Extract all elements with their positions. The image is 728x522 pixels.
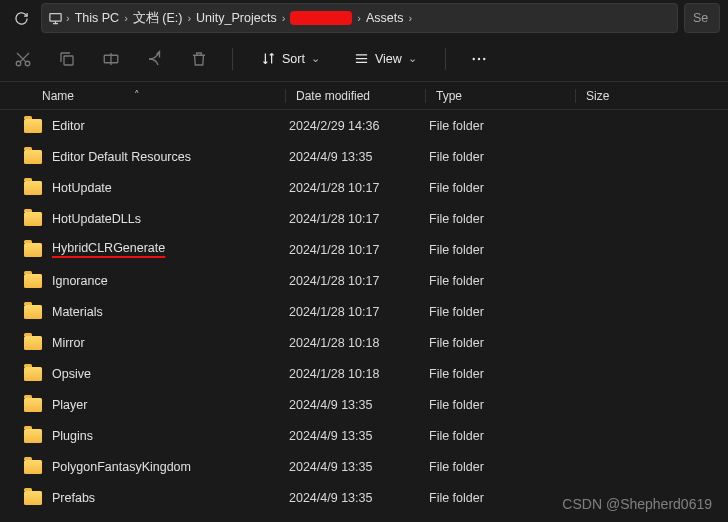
table-row[interactable]: Editor2024/2/29 14:36File folder <box>0 110 728 141</box>
rename-icon[interactable] <box>100 48 122 70</box>
file-name: Editor Default Resources <box>52 150 191 164</box>
folder-icon <box>24 429 42 443</box>
svg-rect-3 <box>64 56 73 65</box>
svg-point-7 <box>483 57 485 59</box>
folder-icon <box>24 243 42 257</box>
file-name: HybridCLRGenerate <box>52 241 165 258</box>
chevron-right-icon: › <box>187 12 191 24</box>
folder-icon <box>24 274 42 288</box>
folder-icon <box>24 367 42 381</box>
file-date: 2024/4/9 13:35 <box>289 460 429 474</box>
chevron-right-icon: › <box>66 12 70 24</box>
search-placeholder: Se <box>693 11 708 25</box>
file-type: File folder <box>429 305 579 319</box>
chevron-right-icon: › <box>357 12 361 24</box>
column-type[interactable]: Type <box>425 89 575 103</box>
file-type: File folder <box>429 274 579 288</box>
copy-icon[interactable] <box>56 48 78 70</box>
svg-point-6 <box>478 57 480 59</box>
column-name[interactable]: Name ˄ <box>0 89 285 103</box>
monitor-icon <box>48 11 63 26</box>
breadcrumb[interactable]: › This PC › 文档 (E:) › Unity_Projects › ›… <box>41 3 678 33</box>
file-name: Ignorance <box>52 274 108 288</box>
folder-icon <box>24 181 42 195</box>
file-name: Materials <box>52 305 103 319</box>
column-size[interactable]: Size <box>575 89 655 103</box>
column-headers: Name ˄ Date modified Type Size <box>0 82 728 110</box>
breadcrumb-item[interactable]: Assets <box>364 9 406 27</box>
toolbar-divider <box>445 48 446 70</box>
folder-icon <box>24 491 42 505</box>
share-icon[interactable] <box>144 48 166 70</box>
table-row[interactable]: HybridCLRGenerate2024/1/28 10:17File fol… <box>0 234 728 265</box>
table-row[interactable]: Opsive2024/1/28 10:18File folder <box>0 358 728 389</box>
chevron-down-icon: ⌄ <box>311 52 320 65</box>
column-date[interactable]: Date modified <box>285 89 425 103</box>
toolbar: Sort ⌄ View ⌄ <box>0 36 728 82</box>
file-name: HotUpdateDLLs <box>52 212 141 226</box>
file-name: PolygonFantasyKingdom <box>52 460 191 474</box>
cut-icon[interactable] <box>12 48 34 70</box>
folder-icon <box>24 398 42 412</box>
table-row[interactable]: Mirror2024/1/28 10:18File folder <box>0 327 728 358</box>
sort-label: Sort <box>282 52 305 66</box>
file-date: 2024/1/28 10:18 <box>289 336 429 350</box>
file-name: Opsive <box>52 367 91 381</box>
file-name: Prefabs <box>52 491 95 505</box>
file-date: 2024/4/9 13:35 <box>289 429 429 443</box>
table-row[interactable]: Ignorance2024/1/28 10:17File folder <box>0 265 728 296</box>
file-type: File folder <box>429 243 579 257</box>
svg-rect-0 <box>50 13 61 21</box>
breadcrumb-item-redacted[interactable] <box>288 9 354 27</box>
table-row[interactable]: Prefabs2024/4/9 13:35File folder <box>0 482 728 513</box>
file-type: File folder <box>429 398 579 412</box>
file-date: 2024/4/9 13:35 <box>289 150 429 164</box>
file-type: File folder <box>429 212 579 226</box>
table-row[interactable]: Plugins2024/4/9 13:35File folder <box>0 420 728 451</box>
search-input[interactable]: Se <box>684 3 720 33</box>
file-type: File folder <box>429 150 579 164</box>
file-date: 2024/1/28 10:17 <box>289 274 429 288</box>
svg-point-2 <box>25 61 30 66</box>
table-row[interactable]: Materials2024/1/28 10:17File folder <box>0 296 728 327</box>
table-row[interactable]: Player2024/4/9 13:35File folder <box>0 389 728 420</box>
file-type: File folder <box>429 181 579 195</box>
delete-icon[interactable] <box>188 48 210 70</box>
file-name: Plugins <box>52 429 93 443</box>
file-name: Mirror <box>52 336 85 350</box>
table-row[interactable]: HotUpdate2024/1/28 10:17File folder <box>0 172 728 203</box>
sort-indicator-icon: ˄ <box>134 89 140 102</box>
sort-button[interactable]: Sort ⌄ <box>255 47 326 70</box>
table-row[interactable]: HotUpdateDLLs2024/1/28 10:17File folder <box>0 203 728 234</box>
file-type: File folder <box>429 119 579 133</box>
file-name: HotUpdate <box>52 181 112 195</box>
breadcrumb-item[interactable]: Unity_Projects <box>194 9 279 27</box>
file-date: 2024/4/9 13:35 <box>289 491 429 505</box>
file-name: Player <box>52 398 87 412</box>
table-row[interactable]: PolygonFantasyKingdom2024/4/9 13:35File … <box>0 451 728 482</box>
file-type: File folder <box>429 367 579 381</box>
folder-icon <box>24 119 42 133</box>
file-date: 2024/1/28 10:18 <box>289 367 429 381</box>
folder-icon <box>24 212 42 226</box>
sort-icon <box>261 51 276 66</box>
folder-icon <box>24 460 42 474</box>
refresh-button[interactable] <box>8 7 35 30</box>
view-icon <box>354 51 369 66</box>
view-label: View <box>375 52 402 66</box>
breadcrumb-item[interactable]: This PC <box>73 9 121 27</box>
chevron-down-icon: ⌄ <box>408 52 417 65</box>
view-button[interactable]: View ⌄ <box>348 47 423 70</box>
breadcrumb-item[interactable]: 文档 (E:) <box>131 8 185 29</box>
folder-icon <box>24 150 42 164</box>
more-icon[interactable] <box>468 48 490 70</box>
file-date: 2024/4/9 13:35 <box>289 398 429 412</box>
file-date: 2024/1/28 10:17 <box>289 181 429 195</box>
svg-point-1 <box>16 61 21 66</box>
file-type: File folder <box>429 429 579 443</box>
file-date: 2024/1/28 10:17 <box>289 243 429 257</box>
chevron-right-icon: › <box>124 12 128 24</box>
toolbar-divider <box>232 48 233 70</box>
table-row[interactable]: Editor Default Resources2024/4/9 13:35Fi… <box>0 141 728 172</box>
address-bar: › This PC › 文档 (E:) › Unity_Projects › ›… <box>0 0 728 36</box>
